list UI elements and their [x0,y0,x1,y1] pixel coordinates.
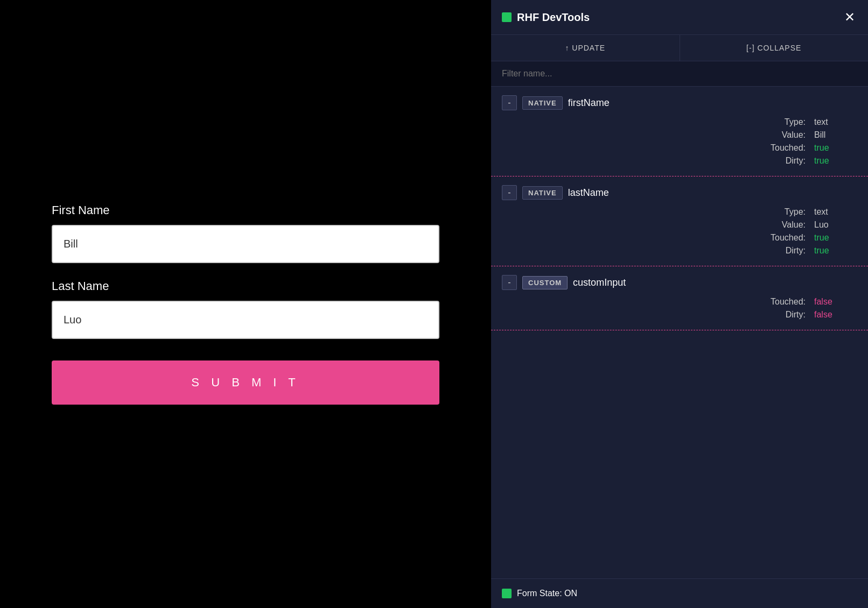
field-prop-row: Dirty:true [502,244,857,257]
field-prop-row: Touched:true [502,142,857,154]
field-header: -NATIVElastName [502,185,857,200]
prop-value: true [814,156,857,166]
devtools-title: RHF DevTools [502,11,590,24]
prop-value: text [814,207,857,217]
first-name-input[interactable] [52,225,439,263]
field-collapse-button[interactable]: - [502,95,517,110]
last-name-group: Last Name [52,279,439,339]
field-props: Type:textValue:LuoTouched:trueDirty:true [502,206,857,257]
close-button[interactable]: ✕ [842,9,857,26]
field-name-text: firstName [568,97,610,109]
form-container: First Name Last Name S U B M I T [52,203,439,405]
field-prop-row: Type:text [502,206,857,218]
prop-key: Type: [762,117,806,127]
prop-key: Touched: [762,143,806,153]
form-state-label: Form State: ON [517,589,577,598]
devtools-title-text: RHF DevTools [517,11,590,24]
field-type-badge: NATIVE [522,186,563,200]
prop-key: Type: [762,207,806,217]
prop-key: Dirty: [762,156,806,166]
devtools-header: RHF DevTools ✕ [491,0,868,35]
field-prop-row: Type:text [502,116,857,129]
prop-value: true [814,143,857,153]
update-button[interactable]: ↑ UPDATE [491,35,680,61]
field-collapse-button[interactable]: - [502,275,517,290]
prop-key: Dirty: [762,310,806,320]
field-entry: -NATIVElastNameType:textValue:LuoTouched… [491,176,868,266]
field-prop-row: Touched:false [502,295,857,308]
prop-value: Bill [814,130,857,140]
fields-list: -NATIVEfirstNameType:textValue:BillTouch… [491,87,868,578]
last-name-label: Last Name [52,279,439,293]
devtools-footer: Form State: ON [491,578,868,608]
form-state-dot-icon [502,589,512,598]
field-prop-row: Dirty:true [502,154,857,167]
prop-value: Luo [814,220,857,230]
field-props: Touched:falseDirty:false [502,295,857,321]
first-name-label: First Name [52,203,439,217]
prop-value: true [814,246,857,256]
prop-key: Value: [762,220,806,230]
field-prop-row: Value:Bill [502,129,857,142]
submit-button[interactable]: S U B M I T [52,360,439,405]
field-name-text: lastName [568,187,609,199]
field-collapse-button[interactable]: - [502,185,517,200]
prop-value: text [814,117,857,127]
form-panel: First Name Last Name S U B M I T [0,0,491,608]
green-dot-icon [502,12,512,22]
field-props: Type:textValue:BillTouched:trueDirty:tru… [502,116,857,167]
field-prop-row: Value:Luo [502,218,857,231]
devtools-toolbar: ↑ UPDATE [-] COLLAPSE [491,35,868,61]
field-entry: -NATIVEfirstNameType:textValue:BillTouch… [491,87,868,176]
last-name-input[interactable] [52,301,439,339]
filter-input[interactable] [491,61,868,87]
prop-key: Touched: [762,233,806,243]
prop-key: Dirty: [762,246,806,256]
prop-value: true [814,233,857,243]
prop-value: false [814,297,857,307]
prop-key: Touched: [762,297,806,307]
field-name-text: customInput [573,277,626,288]
field-prop-row: Touched:true [502,231,857,244]
field-header: -NATIVEfirstName [502,95,857,110]
collapse-button[interactable]: [-] COLLAPSE [680,35,869,61]
field-header: -CUSTOMcustomInput [502,275,857,290]
prop-value: false [814,310,857,320]
first-name-group: First Name [52,203,439,263]
field-prop-row: Dirty:false [502,308,857,321]
field-type-badge: NATIVE [522,96,563,110]
field-type-badge: CUSTOM [522,276,568,289]
devtools-panel: RHF DevTools ✕ ↑ UPDATE [-] COLLAPSE -NA… [491,0,868,608]
field-entry: -CUSTOMcustomInputTouched:falseDirty:fal… [491,266,868,330]
prop-key: Value: [762,130,806,140]
